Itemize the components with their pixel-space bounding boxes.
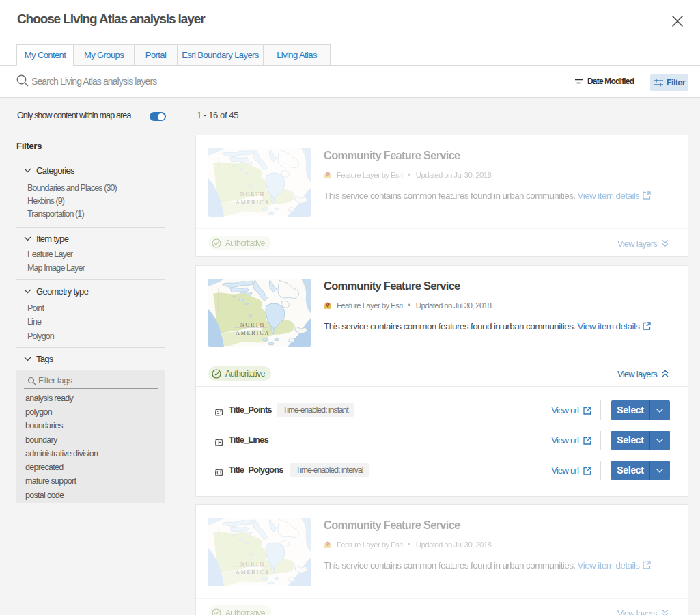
- svg-text:AMERICA: AMERICA: [236, 569, 270, 575]
- svg-text:NORTH: NORTH: [240, 561, 266, 567]
- svg-text:NORTH: NORTH: [240, 191, 266, 197]
- svg-text:AMERICA: AMERICA: [236, 330, 270, 336]
- svg-text:AMERICA: AMERICA: [236, 200, 270, 206]
- svg-text:NORTH: NORTH: [240, 322, 266, 328]
